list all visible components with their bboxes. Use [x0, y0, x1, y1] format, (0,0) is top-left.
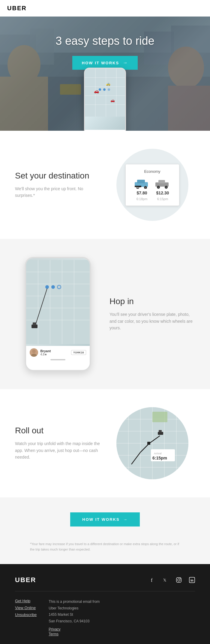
svg-rect-76	[159, 430, 162, 432]
hopin-map-svg	[26, 258, 90, 346]
section-destination: Set your destination We'll show you the …	[0, 131, 210, 239]
uberx-time: 6:15pm	[157, 197, 168, 201]
driver-rating: 4.8★	[40, 353, 51, 356]
linkedin-icon[interactable]: in	[189, 577, 195, 583]
driver-plate: YUHK16	[71, 350, 86, 355]
footer-promo-text: This is a promotional email from Uber Te…	[49, 599, 100, 624]
section-rollout: Roll out Watch your trip unfold with the…	[0, 389, 210, 497]
phone-screen: 🚗 🚕 🚗 uberX	[85, 69, 125, 131]
rollout-map-svg: Arrival 6:15pm	[116, 407, 188, 479]
pool-time: 6:18pm	[136, 197, 148, 201]
driver-info-row: Bryant 4.8★ YUHK16	[30, 348, 86, 357]
destination-title: Set your destination	[15, 171, 100, 181]
driver-avatar-svg	[30, 348, 38, 357]
facebook-icon[interactable]: f	[149, 577, 155, 583]
hopin-visual: Bryant 4.8★ YUHK16	[15, 257, 100, 371]
footer: UBER f 𝕏	[0, 564, 210, 644]
header-logo: UBER	[7, 5, 203, 12]
footer-privacy-link[interactable]: Privacy	[49, 627, 100, 631]
economy-card: Economy	[125, 164, 179, 206]
footer-address2: San Francisco, CA 94103	[49, 619, 89, 623]
footer-bottom: Get Help View Online Unsubscribe This is…	[15, 599, 195, 636]
hero-title: 3 easy steps to ride	[56, 35, 154, 47]
svg-rect-71	[152, 412, 167, 422]
rollout-map-inner: Arrival 6:15pm	[116, 407, 188, 479]
driver-avatar	[30, 348, 38, 357]
twitter-icon[interactable]: 𝕏	[163, 577, 169, 583]
rollout-title: Roll out	[15, 426, 100, 435]
phone-bottom-bar: uberX	[85, 130, 125, 131]
footer-promo-label: This is a promotional email from	[49, 600, 100, 604]
svg-rect-41	[26, 260, 90, 344]
svg-point-24	[99, 88, 101, 91]
economy-options: POOL $7.80 6:18pm	[132, 178, 173, 201]
hopin-phone-screen: Bryant 4.8★ YUHK16	[26, 258, 90, 370]
economy-option-pool: POOL $7.80 6:18pm	[134, 178, 150, 201]
svg-text:𝕏: 𝕏	[163, 578, 166, 582]
svg-text:f: f	[151, 578, 153, 583]
svg-text:POOL: POOL	[135, 187, 139, 188]
footer-company: Uber Technologies	[49, 606, 78, 610]
hopin-title: Hop in	[110, 297, 195, 306]
svg-rect-36	[158, 180, 165, 183]
hero-phone-mockup: 🚗 🚕 🚗 uberX	[84, 68, 126, 131]
svg-point-84	[178, 579, 180, 581]
svg-point-53	[57, 285, 61, 289]
hopin-driver-bar: Bryant 4.8★ YUHK16	[26, 346, 90, 370]
footer-link-gethelp[interactable]: Get Help	[15, 599, 37, 603]
destination-desc: We'll show you the price up front. No su…	[15, 185, 100, 199]
phone-frame: 🚗 🚕 🚗 uberX	[84, 68, 126, 131]
cta-button-arrow: →	[123, 517, 128, 522]
svg-text:Arrival: Arrival	[154, 452, 162, 455]
header: UBER	[0, 0, 210, 17]
instagram-icon[interactable]	[176, 577, 182, 583]
section-destination-inner: Set your destination We'll show you the …	[0, 149, 210, 221]
driver-name: Bryant	[40, 349, 51, 353]
cta-section: HOW IT WORKS →	[0, 497, 210, 542]
section-destination-text: Set your destination We'll show you the …	[15, 171, 100, 199]
svg-point-85	[180, 578, 181, 579]
economy-card-title: Economy	[132, 169, 173, 174]
svg-point-39	[158, 187, 159, 188]
rollout-desc: Watch your trip unfold with the map insi…	[15, 440, 100, 460]
home-indicator	[50, 359, 65, 360]
svg-point-52	[51, 285, 55, 289]
economy-option-uberx: $12.30 6:15pm	[155, 178, 170, 201]
footer-address1: 1455 Market St	[49, 612, 73, 617]
svg-rect-56	[33, 322, 36, 325]
footer-divider	[15, 591, 195, 591]
hero-content: 3 easy steps to ride HOW IT WORKS →	[0, 17, 210, 131]
disclaimer-section: *Your fare may increase if you travel to…	[0, 542, 210, 564]
cta-how-it-works-button[interactable]: HOW IT WORKS →	[70, 512, 140, 526]
rollout-text: Roll out Watch your trip unfold with the…	[15, 426, 100, 460]
svg-point-32	[145, 187, 146, 188]
hero-button-arrow: →	[123, 60, 128, 66]
hero-section: 3 easy steps to ride HOW IT WORKS →	[0, 17, 210, 131]
hero-button-label: HOW IT WORKS	[82, 61, 119, 65]
svg-rect-77	[147, 442, 150, 445]
hopin-phone: Bryant 4.8★ YUHK16	[25, 257, 91, 371]
pool-price: $7.80	[136, 191, 147, 195]
phone-map-svg: 🚗 🚕 🚗	[85, 69, 125, 117]
disclaimer-text: *Your fare may increase if you travel to…	[15, 542, 195, 552]
footer-link-viewonline[interactable]: View Online	[15, 606, 37, 610]
svg-rect-28	[137, 180, 145, 183]
hopin-text: Hop in You'll see your driver's license …	[110, 297, 195, 331]
svg-text:6:15pm: 6:15pm	[152, 456, 167, 460]
uberx-car-icon	[155, 178, 170, 189]
footer-legal-links: Privacy Terms	[49, 627, 100, 636]
section-hopin: Bryant 4.8★ YUHK16 Hop in You'll see you…	[0, 239, 210, 389]
economy-circle: Economy	[116, 149, 188, 221]
footer-link-unsubscribe[interactable]: Unsubscribe	[15, 612, 37, 617]
footer-address-block: This is a promotional email from Uber Te…	[49, 599, 100, 636]
uberx-price: $12.30	[156, 191, 169, 195]
svg-text:🚗: 🚗	[110, 98, 115, 102]
svg-text:🚗: 🚗	[94, 89, 99, 94]
footer-social: f 𝕏 in	[149, 577, 195, 583]
footer-terms-link[interactable]: Terms	[49, 632, 100, 636]
section-rollout-inner: Roll out Watch your trip unfold with the…	[0, 407, 210, 479]
cta-button-label: HOW IT WORKS	[82, 517, 119, 522]
phone-map: 🚗 🚕 🚗	[85, 69, 125, 130]
svg-point-25	[103, 88, 106, 91]
svg-point-58	[32, 349, 36, 353]
